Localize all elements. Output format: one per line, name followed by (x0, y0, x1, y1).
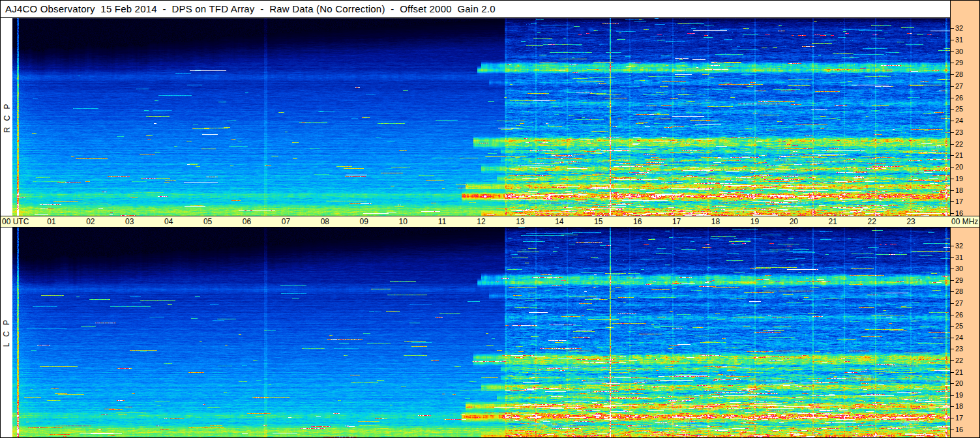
hour-label: 18 (711, 217, 720, 227)
freq-tick (951, 98, 954, 98)
freq-tick (951, 372, 954, 373)
polarization-label-rcp: R C P (1, 18, 12, 216)
freq-tick (951, 167, 954, 168)
hour-label: 10 (398, 217, 407, 227)
freq-label: 23 (955, 345, 963, 353)
freq-tick (951, 383, 954, 384)
freq-label: 20 (955, 164, 963, 171)
freq-tick (951, 280, 954, 281)
freq-tick (951, 246, 954, 246)
freq-label: 19 (955, 175, 963, 182)
freq-tick (951, 315, 954, 315)
hour-label: 07 (282, 217, 290, 227)
freq-label: 25 (955, 106, 963, 113)
freq-tick (951, 201, 954, 202)
hour-label: 01 (47, 217, 55, 227)
freq-label: 29 (955, 276, 963, 284)
time-axis: 00 UTC0102030405060708091011121314151617… (1, 216, 979, 227)
freq-label: 16 (955, 210, 963, 217)
freq-tick (951, 40, 954, 40)
freq-label: 27 (955, 300, 963, 307)
freq-label: 17 (955, 415, 963, 422)
freq-label: 23 (955, 128, 963, 136)
dps-spectrograph-page: AJ4CO Observatory 15 Feb 2014 - DPS on T… (0, 0, 980, 438)
freq-tick (951, 213, 954, 214)
hour-label: 04 (164, 217, 173, 227)
freq-tick (951, 395, 954, 396)
freq-label: 21 (955, 368, 963, 375)
hour-label: 11 (438, 217, 446, 227)
freq-label: 19 (955, 391, 963, 398)
freq-label: 20 (955, 380, 963, 387)
hour-label: 17 (672, 217, 681, 227)
freq-label: 31 (955, 36, 963, 43)
hour-label: 23 (906, 217, 915, 227)
freq-tick (951, 74, 954, 75)
freq-label: 28 (955, 71, 963, 78)
hour-label: 20 (790, 217, 798, 227)
freq-label: 18 (955, 403, 963, 410)
freq-label: 28 (955, 288, 963, 295)
freq-label: 30 (955, 265, 963, 272)
freq-label: 26 (955, 311, 963, 318)
freq-tick (951, 269, 954, 269)
freq-tick (951, 144, 954, 145)
spectrogram-canvas-rcp (12, 18, 950, 216)
freq-label: 22 (955, 357, 963, 364)
freq-tick (951, 86, 954, 87)
polarization-label-lcp-text: L C P (2, 318, 11, 347)
freq-label: 24 (955, 334, 963, 341)
freq-tick (951, 303, 954, 304)
freq-label: 29 (955, 59, 963, 66)
hour-label: 02 (86, 217, 95, 227)
freq-label: 31 (955, 254, 963, 261)
freq-tick (951, 406, 954, 407)
hour-label: 08 (321, 217, 329, 227)
hour-label: 14 (555, 217, 563, 227)
freq-label: 22 (955, 140, 963, 147)
freq-tick (951, 338, 954, 338)
hour-label: 06 (243, 217, 251, 227)
freq-tick (951, 121, 954, 121)
freq-label: 27 (955, 82, 963, 89)
hour-label: 15 (594, 217, 602, 227)
hour-label: 05 (203, 217, 212, 227)
hour-label: 19 (750, 217, 759, 227)
freq-tick (951, 51, 954, 52)
freq-tick (951, 155, 954, 156)
polarization-label-rcp-text: R C P (2, 102, 11, 132)
spectrogram-panel-lcp (12, 227, 950, 437)
freq-tick (951, 257, 954, 258)
freq-label: 21 (955, 152, 963, 159)
hour-label: 21 (829, 217, 837, 227)
freq-label: 16 (955, 426, 963, 433)
hour-label: 12 (477, 217, 485, 227)
page-title: AJ4CO Observatory 15 Feb 2014 - DPS on T… (1, 3, 496, 14)
polarization-label-lcp: L C P (1, 227, 12, 437)
freq-label: 18 (955, 186, 963, 194)
hour-label: 03 (125, 217, 134, 227)
freq-tick (951, 349, 954, 349)
spectrogram-panel-rcp (12, 18, 950, 216)
freq-label: 25 (955, 323, 963, 330)
freq-tick (951, 28, 954, 29)
freq-label: 26 (955, 94, 963, 101)
freq-tick (951, 326, 954, 327)
freq-label: 24 (955, 117, 963, 124)
freq-label: 32 (955, 25, 963, 32)
freq-tick (951, 63, 954, 63)
hour-label: 13 (516, 217, 524, 227)
hour-label: 00 MHz (951, 217, 978, 227)
freq-tick (951, 179, 954, 179)
freq-tick (951, 360, 954, 361)
freq-label: 30 (955, 48, 963, 55)
freq-tick (951, 109, 954, 110)
freq-tick (951, 132, 954, 133)
hour-label: 16 (633, 217, 642, 227)
freq-tick (951, 190, 954, 191)
freq-label: 32 (955, 242, 963, 250)
freq-tick (951, 418, 954, 418)
hour-label: 22 (867, 217, 876, 227)
spectrogram-canvas-lcp (12, 227, 950, 437)
hour-label: 00 UTC (2, 217, 29, 227)
